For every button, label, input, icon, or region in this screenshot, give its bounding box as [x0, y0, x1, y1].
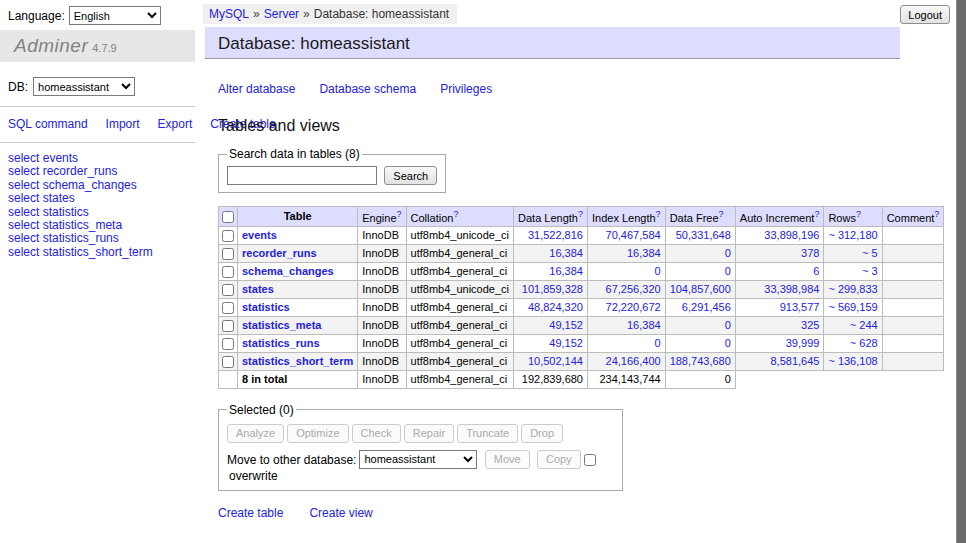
data-free-link[interactable]: 0 [725, 337, 731, 349]
help-icon[interactable]: ? [453, 209, 458, 219]
rows-link[interactable]: ~ 5 [862, 247, 878, 259]
help-icon[interactable]: ? [814, 209, 819, 219]
table-link-events[interactable]: events [43, 151, 78, 165]
auto-increment-link[interactable]: 378 [801, 247, 819, 259]
table-link-statistics-short-term[interactable]: statistics_short_term [43, 245, 153, 259]
help-icon[interactable]: ? [856, 209, 861, 219]
table-name-link-schema-changes[interactable]: schema_changes [242, 265, 334, 277]
row-checkbox-statistics-meta[interactable] [222, 320, 234, 332]
language-select[interactable]: English [69, 6, 161, 25]
help-icon[interactable]: ? [934, 209, 939, 219]
help-icon[interactable]: ? [656, 209, 661, 219]
data-length-link[interactable]: 49,152 [549, 337, 583, 349]
rows-link[interactable]: ~ 569,159 [828, 301, 877, 313]
table-name-link-statistics-short-term[interactable]: statistics_short_term [242, 355, 353, 367]
rows-link[interactable]: ~ 244 [850, 319, 878, 331]
overwrite-checkbox[interactable] [584, 454, 596, 466]
action-link-alter-database[interactable]: Alter database [218, 82, 295, 96]
data-free-link[interactable]: 0 [725, 319, 731, 331]
table-name-link-statistics-runs[interactable]: statistics_runs [242, 337, 320, 349]
breadcrumb-mysql[interactable]: MySQL [209, 7, 249, 21]
index-length-link[interactable]: 72,220,672 [606, 301, 661, 313]
rows-link[interactable]: ~ 136,108 [828, 355, 877, 367]
data-length-link[interactable]: 16,384 [549, 265, 583, 277]
action-link-privileges[interactable]: Privileges [440, 82, 492, 96]
db-select[interactable]: homeassistant [33, 77, 135, 96]
data-free-link[interactable]: 6,291,456 [682, 301, 731, 313]
truncate-button[interactable]: Truncate [457, 424, 518, 443]
auto-increment-link[interactable]: 6 [813, 265, 819, 277]
table-link-statistics-runs[interactable]: statistics_runs [43, 231, 119, 245]
select-link-recorder-runs[interactable]: select [8, 164, 39, 178]
sidebar-link-sql-command[interactable]: SQL command [8, 117, 88, 131]
sidebar-link-export[interactable]: Export [158, 117, 193, 131]
table-name-link-recorder-runs[interactable]: recorder_runs [242, 247, 317, 259]
table-link-recorder-runs[interactable]: recorder_runs [43, 164, 118, 178]
index-length-link[interactable]: 0 [655, 265, 661, 277]
data-free-link[interactable]: 104,857,600 [670, 283, 731, 295]
table-name-link-events[interactable]: events [242, 229, 277, 241]
auto-increment-link[interactable]: 325 [801, 319, 819, 331]
rows-link[interactable]: ~ 628 [850, 337, 878, 349]
select-all-checkbox[interactable] [222, 211, 234, 223]
data-free-link[interactable]: 0 [725, 265, 731, 277]
index-length-link[interactable]: 16,384 [627, 247, 661, 259]
row-checkbox-recorder-runs[interactable] [222, 248, 234, 260]
data-length-link[interactable]: 49,152 [549, 319, 583, 331]
table-name-link-statistics-meta[interactable]: statistics_meta [242, 319, 322, 331]
sidebar-link-import[interactable]: Import [106, 117, 140, 131]
vertical-scrollbar[interactable] [956, 0, 966, 543]
analyze-button[interactable]: Analyze [227, 424, 284, 443]
table-name-link-statistics[interactable]: statistics [242, 301, 290, 313]
data-length-link[interactable]: 48,824,320 [528, 301, 583, 313]
search-button[interactable]: Search [384, 166, 437, 185]
auto-increment-link[interactable]: 913,577 [780, 301, 820, 313]
select-link-statistics-short-term[interactable]: select [8, 245, 39, 259]
index-length-link[interactable]: 16,384 [627, 319, 661, 331]
select-link-statistics[interactable]: select [8, 205, 39, 219]
create-link-create-table[interactable]: Create table [218, 506, 283, 520]
help-icon[interactable]: ? [578, 209, 583, 219]
create-link-create-view[interactable]: Create view [309, 506, 372, 520]
breadcrumb-server[interactable]: Server [264, 7, 299, 21]
row-checkbox-events[interactable] [222, 230, 234, 242]
select-link-statistics-meta[interactable]: select [8, 218, 39, 232]
select-link-events[interactable]: select [8, 151, 39, 165]
row-checkbox-schema-changes[interactable] [222, 266, 234, 278]
data-free-link[interactable]: 188,743,680 [670, 355, 731, 367]
index-length-link[interactable]: 0 [655, 337, 661, 349]
table-name-link-states[interactable]: states [242, 283, 274, 295]
rows-link[interactable]: ~ 3 [862, 265, 878, 277]
action-link-database-schema[interactable]: Database schema [319, 82, 416, 96]
table-link-states[interactable]: states [43, 191, 75, 205]
help-icon[interactable]: ? [397, 209, 402, 219]
index-length-link[interactable]: 24,166,400 [606, 355, 661, 367]
select-link-schema-changes[interactable]: select [8, 178, 39, 192]
auto-increment-link[interactable]: 33,898,196 [764, 229, 819, 241]
data-free-link[interactable]: 0 [725, 247, 731, 259]
rows-link[interactable]: ~ 299,833 [828, 283, 877, 295]
select-link-states[interactable]: select [8, 191, 39, 205]
data-length-link[interactable]: 16,384 [549, 247, 583, 259]
select-link-statistics-runs[interactable]: select [8, 231, 39, 245]
table-link-statistics-meta[interactable]: statistics_meta [43, 218, 122, 232]
move-database-select[interactable]: homeassistant [359, 450, 477, 469]
optimize-button[interactable]: Optimize [287, 424, 348, 443]
row-checkbox-statistics-runs[interactable] [222, 338, 234, 350]
data-free-link[interactable]: 50,331,648 [676, 229, 731, 241]
help-icon[interactable]: ? [719, 209, 724, 219]
check-button[interactable]: Check [352, 424, 401, 443]
copy-button[interactable]: Copy [537, 450, 581, 469]
data-length-link[interactable]: 101,859,328 [522, 283, 583, 295]
table-link-statistics[interactable]: statistics [43, 205, 89, 219]
drop-button[interactable]: Drop [521, 424, 563, 443]
row-checkbox-statistics[interactable] [222, 302, 234, 314]
rows-link[interactable]: ~ 312,180 [828, 229, 877, 241]
row-checkbox-statistics-short-term[interactable] [222, 356, 234, 368]
table-link-schema-changes[interactable]: schema_changes [43, 178, 137, 192]
repair-button[interactable]: Repair [404, 424, 454, 443]
auto-increment-link[interactable]: 33,398,984 [764, 283, 819, 295]
data-length-link[interactable]: 10,502,144 [528, 355, 583, 367]
auto-increment-link[interactable]: 8,581,645 [770, 355, 819, 367]
auto-increment-link[interactable]: 39,999 [786, 337, 820, 349]
